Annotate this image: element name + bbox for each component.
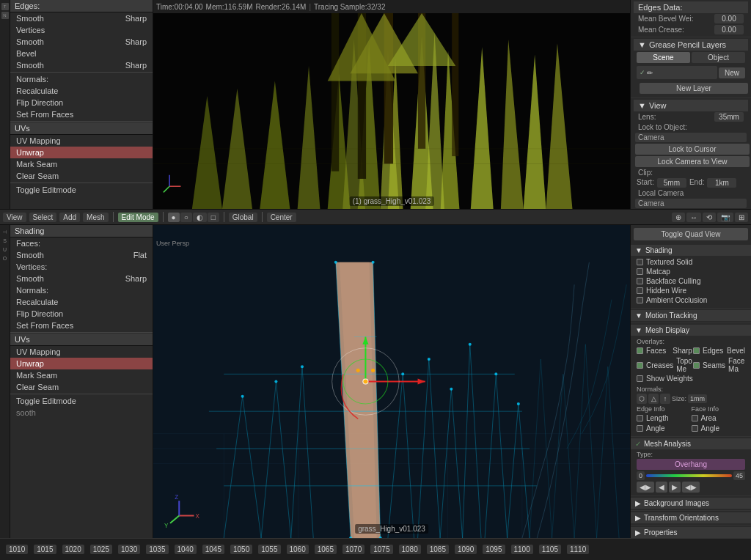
- uv-header[interactable]: UVs: [10, 122, 153, 135]
- view-section-header[interactable]: ▼ View: [634, 100, 748, 111]
- transform-orient-header[interactable]: ▶ Transform Orientations: [631, 512, 751, 523]
- matcap-row[interactable]: Matcap: [637, 267, 745, 276]
- strip-t-icon[interactable]: T: [1, 3, 9, 10]
- tool-icon-1[interactable]: ⊕: [672, 213, 685, 222]
- length-row[interactable]: Length: [637, 413, 691, 423]
- analysis-btn-2[interactable]: ◀: [656, 482, 667, 493]
- b-uv-header[interactable]: UVs: [10, 334, 153, 346]
- new-layer-btn[interactable]: New Layer: [640, 83, 748, 94]
- creases-row[interactable]: Creases Topo Me: [637, 356, 692, 374]
- tool-icon-5[interactable]: ⊞: [735, 213, 748, 222]
- start-value[interactable]: 5mm: [657, 178, 686, 188]
- faces-cb[interactable]: [637, 347, 643, 354]
- lens-value[interactable]: 35mm: [714, 112, 744, 122]
- length-cb[interactable]: [637, 415, 643, 421]
- new-btn[interactable]: New: [719, 67, 745, 78]
- camera-input[interactable]: Camera: [635, 133, 747, 142]
- properties-header[interactable]: ▶ Properties: [631, 527, 751, 538]
- ao-row[interactable]: Ambient Occlusion: [637, 295, 745, 305]
- tool-icon-3[interactable]: ⟲: [703, 213, 716, 222]
- edges-smooth-item[interactable]: Smooth Sharp: [10, 12, 153, 24]
- object-tab[interactable]: Object: [692, 52, 745, 63]
- mean-crease-value[interactable]: 0.00: [714, 25, 744, 34]
- tool-icon-2[interactable]: ↔: [686, 213, 701, 222]
- normal-icon-1[interactable]: ⬡: [637, 394, 647, 404]
- shading-panel-header[interactable]: Shading: [10, 225, 153, 237]
- backface-row[interactable]: Backface Culling: [637, 276, 745, 286]
- bottom-recalc-item[interactable]: Recalculate: [10, 296, 153, 308]
- clear-seam-item[interactable]: Clear Seam: [10, 170, 153, 182]
- b-mark-seam-item[interactable]: Mark Seam: [10, 369, 153, 381]
- tool-icon-4[interactable]: 📷: [717, 213, 733, 222]
- angle-cb[interactable]: [637, 425, 643, 432]
- uv-mapping-item[interactable]: UV Mapping: [10, 135, 153, 147]
- textured-solid-cb[interactable]: [637, 259, 643, 265]
- show-weights-cb[interactable]: [637, 375, 643, 382]
- shading-rendered-btn[interactable]: ◐: [193, 213, 207, 222]
- edges-overlay-row[interactable]: Edges Bevel: [693, 346, 745, 355]
- add-btn[interactable]: Add: [59, 213, 80, 222]
- set-from-faces-item[interactable]: Set From Faces: [10, 108, 153, 120]
- seams-row[interactable]: Seams Face Ma: [693, 356, 745, 374]
- flip-direction-item[interactable]: Flip Direction: [10, 97, 153, 108]
- type-dropdown[interactable]: Overhang: [637, 459, 745, 470]
- area-cb[interactable]: [692, 415, 698, 421]
- show-weights-row[interactable]: Show Weights: [637, 374, 745, 383]
- lock-to-cursor-btn[interactable]: Lock to Cursor: [635, 144, 750, 155]
- edges-vertices-item[interactable]: Vertices: [10, 24, 153, 36]
- b-toggle-edit-item[interactable]: Toggle Editmode: [10, 395, 153, 407]
- strip-shading-icon[interactable]: S: [1, 237, 9, 244]
- angle-r-row[interactable]: Angle: [692, 424, 746, 433]
- vertices-smooth-item[interactable]: Smooth Sharp: [10, 36, 153, 48]
- backface-cb[interactable]: [637, 278, 643, 284]
- strip-t-icon-b[interactable]: T: [1, 228, 10, 235]
- faces-overlay-row[interactable]: Faces Sharp: [637, 346, 692, 355]
- toggle-quad-view-btn[interactable]: Toggle Quad View: [634, 228, 748, 240]
- edit-mode-btn[interactable]: Edit Mode: [118, 213, 158, 222]
- creases-cb[interactable]: [637, 362, 643, 369]
- mean-bevel-value[interactable]: 0.00: [714, 14, 744, 23]
- normal-icon-3[interactable]: ↑: [660, 394, 670, 404]
- lock-camera-btn[interactable]: Lock Camera to View: [635, 156, 750, 167]
- analysis-btn-3[interactable]: ▶: [669, 482, 681, 493]
- shading-solid-btn[interactable]: ●: [168, 213, 180, 222]
- global-btn[interactable]: Global: [229, 213, 257, 222]
- value-min[interactable]: 0: [637, 471, 645, 480]
- bg-images-header[interactable]: ▶ Background Images: [631, 498, 751, 509]
- seams-cb[interactable]: [693, 362, 700, 369]
- angle-row[interactable]: Angle: [637, 424, 691, 433]
- brp-shading-header[interactable]: ▼ Shading: [631, 245, 751, 256]
- grease-pencil-header[interactable]: ▼ Grease Pencil Layers: [634, 39, 748, 51]
- strip-obj-icon[interactable]: O: [1, 254, 9, 262]
- unwrap-item[interactable]: Unwrap: [10, 147, 153, 158]
- hidden-wire-row[interactable]: Hidden Wire: [637, 286, 745, 295]
- textured-solid-row[interactable]: Textured Solid: [637, 257, 745, 267]
- recalculate-item[interactable]: Recalculate: [10, 85, 153, 97]
- size-value[interactable]: 1mm: [688, 394, 707, 403]
- analysis-btn-4[interactable]: ◀▶: [682, 482, 700, 493]
- viewport-top[interactable]: Time:00:04.00 Mem:116.59M Render:26.14M …: [153, 0, 630, 209]
- b-unwrap-item[interactable]: Unwrap: [10, 358, 153, 369]
- bottom-v-smooth-item[interactable]: Smooth Sharp: [10, 273, 153, 284]
- b-uv-mapping-item[interactable]: UV Mapping: [10, 346, 153, 358]
- bevel-smooth-item[interactable]: Smooth Sharp: [10, 59, 153, 71]
- mesh-btn[interactable]: Mesh: [83, 213, 108, 222]
- area-row[interactable]: Area: [692, 413, 746, 423]
- b-clear-seam-item[interactable]: Clear Seam: [10, 381, 153, 393]
- strip-n-icon[interactable]: N: [1, 12, 9, 19]
- select-btn[interactable]: Select: [29, 213, 57, 222]
- viewport-bottom[interactable]: X Z Y grass_High_v01.023 User Persp: [153, 225, 630, 538]
- camera-item[interactable]: Camera: [635, 199, 747, 208]
- faces-smooth-item[interactable]: Smooth Flat: [10, 249, 153, 261]
- local-camera-row[interactable]: Local Camera: [634, 188, 748, 198]
- bevel-item[interactable]: Bevel: [10, 48, 153, 59]
- strip-uv-icon[interactable]: U: [1, 246, 9, 253]
- shading-wire-btn[interactable]: ○: [180, 213, 192, 222]
- mesh-display-header[interactable]: ▼ Mesh Display: [631, 325, 751, 336]
- bottom-flip-item[interactable]: Flip Direction: [10, 308, 153, 320]
- angle-r-cb[interactable]: [692, 425, 698, 432]
- view-btn[interactable]: View: [3, 213, 26, 222]
- edges-cb[interactable]: [693, 347, 700, 354]
- shading-material-btn[interactable]: □: [208, 213, 219, 222]
- normal-icon-2[interactable]: △: [648, 394, 659, 404]
